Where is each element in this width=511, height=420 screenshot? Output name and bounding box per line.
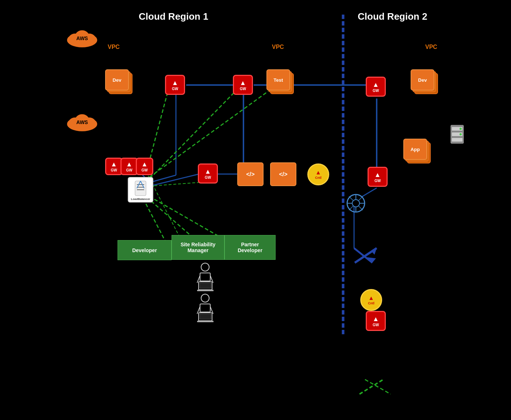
gw-box-7: ▲ GW [366, 77, 386, 97]
svg-rect-58 [197, 290, 214, 291]
stack-dev-2: Dev [411, 69, 438, 95]
gw-label-8: GW [374, 179, 381, 183]
region2-label: Cloud Region 2 [358, 11, 427, 22]
gw-arrow-1: ▲ [172, 79, 178, 87]
svg-line-45 [359, 206, 363, 210]
stack-app-1: App [403, 139, 431, 164]
role-partner-label: Partner Developer [238, 242, 262, 253]
aws-label-2: AWS [76, 119, 88, 125]
stack-dev-1-label: Dev [105, 69, 129, 90]
gw-box-3: ▲ GW [105, 158, 123, 175]
svg-rect-51 [452, 138, 462, 142]
svg-rect-62 [200, 304, 210, 312]
svg-rect-64 [200, 314, 211, 319]
cntl-label-2: Cntl [368, 301, 374, 305]
gw-arrow-7: ▲ [373, 81, 379, 89]
cntl-arrow-2: ▲ [368, 295, 374, 301]
role-band-srm: Site Reliability Manager [172, 235, 224, 260]
code-box-1: </> [237, 162, 264, 186]
role-band-partner: Partner Developer [224, 235, 276, 260]
load-balancer: LoadBalancer [128, 177, 153, 203]
svg-point-53 [460, 133, 462, 135]
gw-box-4: ▲ GW [120, 158, 138, 175]
gw-label-7: GW [373, 89, 379, 93]
router-icon [346, 193, 366, 215]
svg-line-4 [150, 174, 199, 186]
cntl-label-1: Cntl [315, 176, 322, 180]
lb-label: LoadBalancer [131, 197, 150, 201]
vpc-label-3: VPC [425, 44, 437, 50]
server-icon [449, 123, 465, 147]
svg-line-46 [359, 196, 363, 200]
svg-point-52 [460, 128, 462, 130]
cntl-box-1: ▲ Cntl [307, 163, 329, 185]
aws-label-1: AWS [76, 35, 88, 41]
vpc-label-1: VPC [108, 44, 120, 50]
svg-line-12 [150, 175, 176, 182]
person-icon-1 [193, 263, 217, 295]
svg-point-39 [352, 200, 360, 207]
gw-label-4: GW [126, 168, 132, 172]
connections-svg [36, 7, 474, 409]
gw-label-9: GW [373, 323, 379, 327]
gw-box-6: ▲ GW [198, 163, 218, 184]
aws-cloud-2: AWS [66, 111, 99, 133]
gw-arrow-3: ▲ [111, 161, 117, 168]
svg-rect-32 [135, 181, 146, 196]
gw-label-3: GW [111, 168, 117, 172]
svg-rect-65 [197, 321, 214, 322]
gw-arrow-2: ▲ [240, 79, 246, 87]
svg-line-14 [150, 91, 235, 179]
stack-test-1-label: Test [266, 69, 290, 90]
svg-line-44 [349, 196, 353, 200]
gw-arrow-6: ▲ [205, 168, 211, 176]
gw-box-9: ▲ GW [366, 311, 386, 331]
green-dashed-arrow [358, 376, 387, 399]
gw-label-6: GW [205, 176, 211, 180]
gw-arrow-5: ▲ [141, 161, 148, 168]
diagram-container: Cloud Region 1 Cloud Region 2 AWS AWS VP… [36, 7, 474, 409]
gw-label-1: GW [172, 87, 178, 91]
gw-arrow-9: ▲ [373, 315, 379, 323]
gw-arrow-8: ▲ [374, 171, 381, 179]
svg-line-47 [349, 206, 353, 210]
stack-dev-2-label: Dev [411, 69, 434, 90]
role-dev-label: Developer [132, 247, 157, 253]
person-icon-2 [193, 294, 217, 326]
code-box-2: </> [270, 162, 296, 186]
stack-dev-1: Dev [105, 69, 132, 95]
gw-box-5: ▲ GW [136, 158, 153, 175]
aws-cloud-1: AWS [66, 27, 99, 49]
stack-app-1-label: App [403, 139, 427, 160]
svg-point-54 [201, 263, 209, 271]
cntl-arrow-1: ▲ [315, 169, 321, 176]
stack-test-1: Test [266, 69, 294, 95]
svg-line-70 [360, 379, 383, 394]
role-srm-label: Site Reliability Manager [181, 242, 216, 253]
cntl-box-2: ▲ Cntl [360, 289, 382, 311]
gw-label-5: GW [141, 168, 147, 172]
vpc-label-2: VPC [272, 44, 284, 50]
gw-arrow-4: ▲ [126, 161, 132, 168]
svg-rect-57 [200, 283, 211, 288]
svg-rect-55 [200, 273, 210, 281]
region1-label: Cloud Region 1 [139, 11, 208, 22]
svg-point-61 [201, 294, 209, 302]
role-band-developer: Developer [118, 240, 172, 260]
gw-label-2: GW [240, 87, 246, 91]
svg-line-16 [150, 182, 199, 186]
gw-box-2: ▲ GW [233, 75, 253, 95]
gw-box-8: ▲ GW [368, 167, 388, 187]
gw-box-1: ▲ GW [165, 75, 185, 95]
blue-diagonal-arrow [351, 244, 380, 268]
